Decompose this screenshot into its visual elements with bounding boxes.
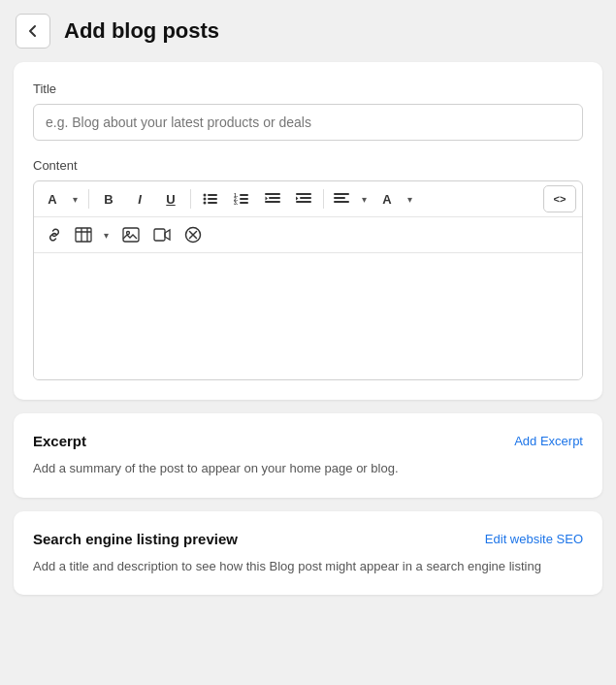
svg-rect-11 bbox=[240, 202, 248, 204]
title-input[interactable] bbox=[33, 104, 583, 141]
svg-rect-3 bbox=[208, 198, 217, 200]
svg-rect-7 bbox=[240, 194, 248, 196]
ordered-list-button[interactable]: 1. 2. 3. bbox=[227, 185, 256, 212]
seo-card: Search engine listing preview Edit websi… bbox=[14, 511, 602, 596]
bold-button[interactable]: B bbox=[94, 185, 123, 212]
table-arrow[interactable]: ▾ bbox=[97, 221, 114, 248]
svg-rect-21 bbox=[76, 228, 91, 242]
italic-button[interactable]: I bbox=[125, 185, 154, 212]
svg-rect-25 bbox=[123, 228, 139, 242]
content-label: Content bbox=[33, 158, 583, 173]
clear-format-button[interactable] bbox=[178, 221, 208, 248]
indent-button[interactable] bbox=[289, 185, 318, 212]
editor-wrapper: A ▾ B I U 1. bbox=[33, 180, 583, 380]
svg-text:3.: 3. bbox=[234, 200, 239, 206]
image-button[interactable] bbox=[116, 221, 146, 248]
font-size-dropdown[interactable]: A ▾ bbox=[40, 185, 83, 212]
svg-rect-13 bbox=[269, 197, 280, 199]
svg-point-4 bbox=[204, 202, 207, 205]
text-color-arrow[interactable]: ▾ bbox=[401, 185, 418, 212]
svg-point-2 bbox=[204, 198, 207, 201]
svg-rect-27 bbox=[154, 229, 165, 241]
svg-rect-14 bbox=[265, 201, 280, 203]
svg-rect-19 bbox=[334, 197, 345, 199]
underline-button[interactable]: U bbox=[156, 185, 185, 212]
main-card: Title Content A ▾ B I U bbox=[14, 62, 602, 400]
font-size-button[interactable]: A bbox=[40, 185, 65, 212]
svg-rect-16 bbox=[300, 197, 311, 199]
font-size-arrow[interactable]: ▾ bbox=[66, 185, 83, 212]
text-color-dropdown[interactable]: A ▾ bbox=[374, 185, 418, 212]
seo-header: Search engine listing preview Edit websi… bbox=[33, 531, 583, 547]
align-button[interactable] bbox=[329, 185, 354, 212]
align-dropdown[interactable]: ▾ bbox=[329, 185, 373, 212]
svg-rect-15 bbox=[296, 193, 311, 195]
text-color-button[interactable]: A bbox=[374, 185, 400, 212]
svg-rect-18 bbox=[334, 193, 349, 195]
svg-point-0 bbox=[204, 194, 207, 197]
svg-rect-12 bbox=[265, 193, 280, 195]
svg-rect-5 bbox=[208, 202, 217, 204]
separator-1 bbox=[88, 189, 89, 209]
excerpt-title: Excerpt bbox=[33, 433, 86, 449]
separator-3 bbox=[323, 189, 324, 209]
editor-content-area[interactable] bbox=[34, 253, 582, 379]
table-button[interactable] bbox=[71, 221, 96, 248]
excerpt-header: Excerpt Add Excerpt bbox=[33, 433, 583, 449]
seo-title: Search engine listing preview bbox=[33, 531, 238, 547]
svg-rect-1 bbox=[208, 194, 217, 196]
separator-2 bbox=[190, 189, 191, 209]
back-button[interactable] bbox=[16, 14, 50, 49]
svg-rect-20 bbox=[334, 201, 349, 203]
svg-point-26 bbox=[127, 232, 130, 235]
header: Add blog posts bbox=[0, 0, 616, 62]
table-dropdown[interactable]: ▾ bbox=[71, 221, 114, 248]
align-arrow[interactable]: ▾ bbox=[355, 185, 373, 212]
edit-seo-link[interactable]: Edit website SEO bbox=[485, 532, 583, 546]
svg-rect-9 bbox=[240, 198, 248, 200]
source-button[interactable]: <> bbox=[543, 185, 576, 212]
page-title: Add blog posts bbox=[64, 18, 219, 44]
excerpt-card: Excerpt Add Excerpt Add a summary of the… bbox=[14, 413, 602, 498]
unordered-list-button[interactable] bbox=[196, 185, 225, 212]
video-button[interactable] bbox=[147, 221, 177, 248]
add-excerpt-link[interactable]: Add Excerpt bbox=[514, 434, 583, 448]
excerpt-description: Add a summary of the post to appear on y… bbox=[33, 459, 583, 478]
toolbar-row-2: ▾ bbox=[34, 217, 582, 253]
title-label: Title bbox=[33, 82, 583, 96]
outdent-button[interactable] bbox=[258, 185, 287, 212]
seo-description: Add a title and description to see how t… bbox=[33, 557, 583, 576]
svg-rect-17 bbox=[296, 201, 311, 203]
link-button[interactable] bbox=[40, 221, 69, 248]
toolbar-row-1: A ▾ B I U 1. bbox=[34, 181, 582, 217]
